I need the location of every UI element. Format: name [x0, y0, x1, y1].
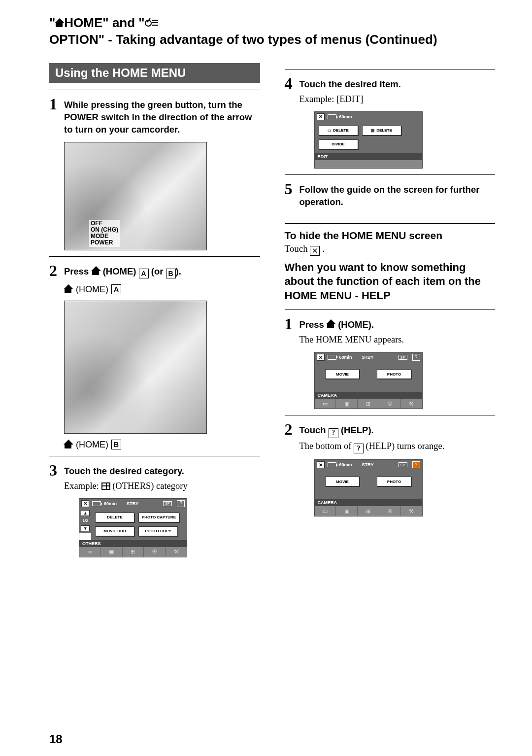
time-remaining: 60min — [339, 462, 352, 467]
h1-pre: Press — [299, 319, 327, 330]
battery-icon — [328, 114, 336, 119]
step-4-example: Example: [EDIT] — [285, 93, 496, 105]
bottom-nav: ▭ ▣ ⊞ ✇ ⚒ — [79, 547, 187, 557]
step2-mid: (HOME) — [100, 266, 139, 276]
step-number-5: 5 — [285, 181, 296, 197]
hide-menu-body: Touch ✕ . — [285, 243, 496, 256]
hide-menu-heading: To hide the HOME MENU screen — [285, 230, 496, 241]
home-icon — [55, 19, 64, 28]
option-icon — [145, 20, 158, 27]
stby-label: STBY — [362, 355, 374, 360]
time-remaining: 60min — [339, 355, 352, 360]
help-icon-active: ? — [412, 461, 420, 468]
power-switch-labels: OFF ON (CHG) MODE POWER — [89, 220, 120, 247]
home-icon — [64, 285, 73, 294]
divider — [49, 256, 260, 257]
home-b-text: (HOME) — [76, 440, 108, 450]
others-tab-icon: ⊞ — [358, 506, 379, 516]
screen-home-menu: ✕ 60min STBY SP ? MOVIE PHOTO CAMERA ▭ ▣… — [314, 352, 423, 409]
bottom-nav: ▭ ▣ ⊞ ✇ ⚒ — [315, 399, 422, 409]
others-tab-icon: ⊞ — [123, 547, 144, 557]
battery-icon — [328, 355, 336, 360]
step-3-example: Example: (OTHERS) category — [49, 480, 260, 492]
settings-tab-icon: ⚒ — [401, 399, 422, 409]
view-tab-icon: ▣ — [336, 506, 358, 516]
help-icon: ? — [354, 444, 364, 453]
home-icon — [327, 320, 335, 329]
step2-pre: Press — [64, 266, 92, 276]
step-number-1: 1 — [49, 96, 60, 112]
others-icon — [101, 482, 110, 490]
divider — [285, 174, 496, 175]
camera-tab-icon: ▭ — [79, 547, 101, 557]
help-icon: ? — [177, 500, 185, 507]
photo-capture-button: PHOTO CAPTURE — [138, 513, 179, 522]
camcorder-power-illustration: OFF ON (CHG) MODE POWER — [64, 142, 207, 250]
home-icon — [92, 267, 100, 275]
bottom-nav: ▭ ▣ ⊞ ✇ ⚒ — [315, 506, 422, 516]
step-2-text: Press (HOME) A (or B). — [64, 263, 181, 278]
quote-open: " — [49, 15, 55, 32]
stby-label: STBY — [362, 462, 374, 467]
ex-pre: Example: — [64, 481, 101, 491]
help-heading: When you want to know something about th… — [285, 261, 496, 303]
hide-post: . — [322, 243, 325, 254]
delete-photo-button: ▤ DELETE — [362, 126, 401, 136]
help-step-1-text: Press (HOME). — [299, 316, 374, 331]
time-remaining: 60min — [104, 501, 117, 506]
home-icon — [64, 440, 73, 449]
step-4-text: Touch the desired item. — [299, 75, 401, 91]
page-number: 18 — [49, 732, 63, 746]
label-b-icon: B — [166, 269, 176, 278]
camcorder-screen-illustration — [64, 301, 207, 434]
manage-tab-icon: ✇ — [379, 506, 401, 516]
title-part-option: OPTION" - Taking advantage of two types … — [49, 32, 437, 48]
h2-post: (HELP). — [338, 425, 374, 435]
divider — [285, 223, 496, 224]
up-arrow-icon: ▴ — [81, 510, 90, 516]
view-tab-icon: ▣ — [336, 399, 358, 409]
help-icon: ? — [329, 428, 338, 438]
manage-tab-icon: ✇ — [144, 547, 166, 557]
left-column: Using the HOME MENU 1 While pressing the… — [49, 63, 260, 561]
camera-tab-icon: ▭ — [315, 399, 336, 409]
settings-tab-icon: ⚒ — [401, 506, 422, 516]
help-step-2-text: Touch ? (HELP). — [299, 421, 374, 438]
photo-button: PHOTO — [377, 477, 411, 486]
hide-pre: Touch — [285, 243, 310, 254]
movie-button: MOVIE — [325, 477, 360, 486]
divider — [285, 415, 496, 415]
movie-dub-button: MOVIE DUB — [95, 526, 134, 536]
photo-copy-button: PHOTO COPY — [138, 526, 178, 536]
step-1-text: While pressing the green button, turn th… — [64, 96, 260, 136]
screen-home-menu-help: ✕ 60min STBY SP ? MOVIE PHOTO CAMERA ▭ ▣… — [314, 459, 423, 516]
screen-edit: ✕ 60min ▭ DELETE ▤ DELETE DIVIDE EDIT — [314, 111, 423, 169]
step2-or: (or — [149, 266, 166, 276]
step2-end: ). — [176, 266, 181, 276]
screen-others: ✕ 60min STBY SP ? ▴ 1/2 ▾ — [79, 498, 187, 557]
step-number-2: 2 — [49, 263, 60, 278]
step-number-4: 4 — [285, 75, 296, 91]
page-indicator: 1/2 — [79, 517, 91, 524]
movie-button: MOVIE — [325, 369, 360, 379]
close-icon: ✕ — [317, 354, 325, 361]
ex-post: (OTHERS) category — [112, 481, 188, 491]
home-a-label: (HOME) A — [64, 284, 260, 295]
bottom-bar — [315, 160, 422, 168]
help-icon: ? — [412, 354, 420, 361]
close-icon: ✕ — [317, 461, 325, 468]
title-part-home: HOME" and " — [64, 15, 144, 32]
home-a-text: (HOME) — [76, 284, 108, 295]
divider — [49, 90, 260, 90]
category-label: CAMERA — [315, 392, 422, 399]
divide-button: DIVIDE — [319, 139, 358, 149]
step-3-text: Touch the desired category. — [64, 462, 184, 478]
delete-button: ▭ DELETE — [319, 126, 358, 136]
home-b-label: (HOME) B — [64, 440, 260, 450]
battery-icon — [328, 462, 336, 467]
step-5-text: Follow the guide on the screen for furth… — [299, 181, 496, 208]
divider — [285, 69, 496, 69]
divider — [49, 456, 260, 456]
help-step-2-body: The bottom of ? (HELP) turns orange. — [285, 440, 496, 453]
time-remaining: 60min — [339, 114, 352, 119]
